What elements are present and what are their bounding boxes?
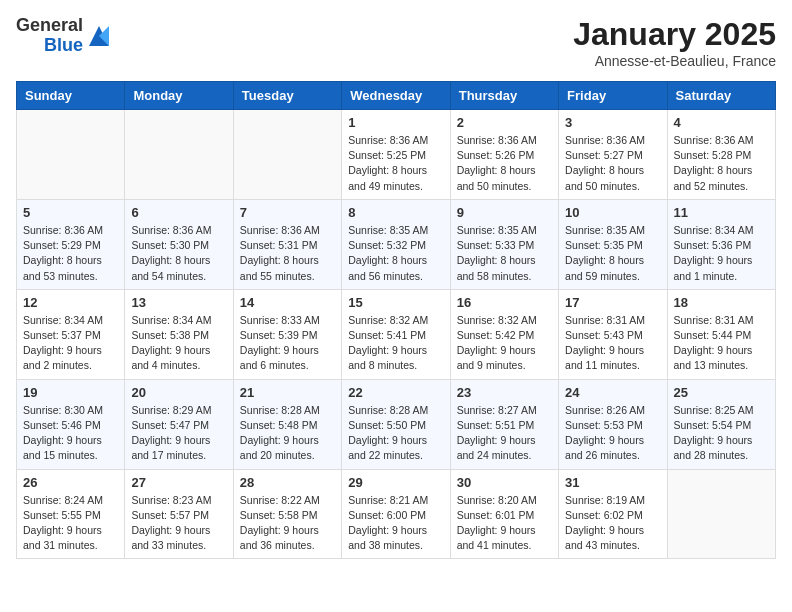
calendar-cell: 10Sunrise: 8:35 AM Sunset: 5:35 PM Dayli… bbox=[559, 199, 667, 289]
day-number: 27 bbox=[131, 475, 226, 490]
day-of-week-header: Wednesday bbox=[342, 82, 450, 110]
day-number: 15 bbox=[348, 295, 443, 310]
logo-general: General bbox=[16, 16, 83, 36]
calendar-week-row: 12Sunrise: 8:34 AM Sunset: 5:37 PM Dayli… bbox=[17, 289, 776, 379]
day-info: Sunrise: 8:36 AM Sunset: 5:30 PM Dayligh… bbox=[131, 223, 226, 284]
calendar-cell bbox=[667, 469, 775, 559]
day-info: Sunrise: 8:36 AM Sunset: 5:31 PM Dayligh… bbox=[240, 223, 335, 284]
calendar-cell: 2Sunrise: 8:36 AM Sunset: 5:26 PM Daylig… bbox=[450, 110, 558, 200]
day-info: Sunrise: 8:36 AM Sunset: 5:28 PM Dayligh… bbox=[674, 133, 769, 194]
day-info: Sunrise: 8:27 AM Sunset: 5:51 PM Dayligh… bbox=[457, 403, 552, 464]
day-number: 28 bbox=[240, 475, 335, 490]
day-info: Sunrise: 8:34 AM Sunset: 5:37 PM Dayligh… bbox=[23, 313, 118, 374]
day-info: Sunrise: 8:26 AM Sunset: 5:53 PM Dayligh… bbox=[565, 403, 660, 464]
day-info: Sunrise: 8:19 AM Sunset: 6:02 PM Dayligh… bbox=[565, 493, 660, 554]
day-of-week-header: Tuesday bbox=[233, 82, 341, 110]
day-info: Sunrise: 8:24 AM Sunset: 5:55 PM Dayligh… bbox=[23, 493, 118, 554]
page-header: General Blue January 2025 Annesse-et-Bea… bbox=[16, 16, 776, 69]
calendar-cell: 17Sunrise: 8:31 AM Sunset: 5:43 PM Dayli… bbox=[559, 289, 667, 379]
day-info: Sunrise: 8:29 AM Sunset: 5:47 PM Dayligh… bbox=[131, 403, 226, 464]
calendar-cell: 12Sunrise: 8:34 AM Sunset: 5:37 PM Dayli… bbox=[17, 289, 125, 379]
calendar-week-row: 26Sunrise: 8:24 AM Sunset: 5:55 PM Dayli… bbox=[17, 469, 776, 559]
day-info: Sunrise: 8:36 AM Sunset: 5:27 PM Dayligh… bbox=[565, 133, 660, 194]
day-number: 12 bbox=[23, 295, 118, 310]
calendar-cell: 28Sunrise: 8:22 AM Sunset: 5:58 PM Dayli… bbox=[233, 469, 341, 559]
day-of-week-header: Thursday bbox=[450, 82, 558, 110]
day-number: 21 bbox=[240, 385, 335, 400]
day-number: 1 bbox=[348, 115, 443, 130]
calendar-cell: 5Sunrise: 8:36 AM Sunset: 5:29 PM Daylig… bbox=[17, 199, 125, 289]
calendar-cell: 26Sunrise: 8:24 AM Sunset: 5:55 PM Dayli… bbox=[17, 469, 125, 559]
calendar-cell: 27Sunrise: 8:23 AM Sunset: 5:57 PM Dayli… bbox=[125, 469, 233, 559]
day-number: 9 bbox=[457, 205, 552, 220]
calendar-cell: 14Sunrise: 8:33 AM Sunset: 5:39 PM Dayli… bbox=[233, 289, 341, 379]
day-info: Sunrise: 8:36 AM Sunset: 5:29 PM Dayligh… bbox=[23, 223, 118, 284]
logo-icon bbox=[85, 22, 113, 50]
day-of-week-header: Sunday bbox=[17, 82, 125, 110]
day-number: 18 bbox=[674, 295, 769, 310]
calendar-cell: 24Sunrise: 8:26 AM Sunset: 5:53 PM Dayli… bbox=[559, 379, 667, 469]
calendar-cell: 15Sunrise: 8:32 AM Sunset: 5:41 PM Dayli… bbox=[342, 289, 450, 379]
day-number: 14 bbox=[240, 295, 335, 310]
day-number: 2 bbox=[457, 115, 552, 130]
day-number: 20 bbox=[131, 385, 226, 400]
calendar-cell: 18Sunrise: 8:31 AM Sunset: 5:44 PM Dayli… bbox=[667, 289, 775, 379]
day-number: 30 bbox=[457, 475, 552, 490]
day-number: 11 bbox=[674, 205, 769, 220]
day-number: 25 bbox=[674, 385, 769, 400]
calendar-cell bbox=[233, 110, 341, 200]
day-info: Sunrise: 8:25 AM Sunset: 5:54 PM Dayligh… bbox=[674, 403, 769, 464]
calendar-cell: 30Sunrise: 8:20 AM Sunset: 6:01 PM Dayli… bbox=[450, 469, 558, 559]
calendar-cell: 29Sunrise: 8:21 AM Sunset: 6:00 PM Dayli… bbox=[342, 469, 450, 559]
location-title: Annesse-et-Beaulieu, France bbox=[573, 53, 776, 69]
calendar-cell: 7Sunrise: 8:36 AM Sunset: 5:31 PM Daylig… bbox=[233, 199, 341, 289]
day-info: Sunrise: 8:21 AM Sunset: 6:00 PM Dayligh… bbox=[348, 493, 443, 554]
day-number: 10 bbox=[565, 205, 660, 220]
calendar-cell: 11Sunrise: 8:34 AM Sunset: 5:36 PM Dayli… bbox=[667, 199, 775, 289]
calendar-table: SundayMondayTuesdayWednesdayThursdayFrid… bbox=[16, 81, 776, 559]
calendar-week-row: 19Sunrise: 8:30 AM Sunset: 5:46 PM Dayli… bbox=[17, 379, 776, 469]
calendar-header-row: SundayMondayTuesdayWednesdayThursdayFrid… bbox=[17, 82, 776, 110]
day-info: Sunrise: 8:32 AM Sunset: 5:42 PM Dayligh… bbox=[457, 313, 552, 374]
calendar-cell: 4Sunrise: 8:36 AM Sunset: 5:28 PM Daylig… bbox=[667, 110, 775, 200]
day-of-week-header: Monday bbox=[125, 82, 233, 110]
logo: General Blue bbox=[16, 16, 113, 56]
day-info: Sunrise: 8:36 AM Sunset: 5:26 PM Dayligh… bbox=[457, 133, 552, 194]
calendar-cell: 8Sunrise: 8:35 AM Sunset: 5:32 PM Daylig… bbox=[342, 199, 450, 289]
title-block: January 2025 Annesse-et-Beaulieu, France bbox=[573, 16, 776, 69]
day-info: Sunrise: 8:36 AM Sunset: 5:25 PM Dayligh… bbox=[348, 133, 443, 194]
day-info: Sunrise: 8:35 AM Sunset: 5:32 PM Dayligh… bbox=[348, 223, 443, 284]
day-number: 26 bbox=[23, 475, 118, 490]
day-info: Sunrise: 8:35 AM Sunset: 5:35 PM Dayligh… bbox=[565, 223, 660, 284]
day-info: Sunrise: 8:32 AM Sunset: 5:41 PM Dayligh… bbox=[348, 313, 443, 374]
day-info: Sunrise: 8:31 AM Sunset: 5:43 PM Dayligh… bbox=[565, 313, 660, 374]
day-info: Sunrise: 8:33 AM Sunset: 5:39 PM Dayligh… bbox=[240, 313, 335, 374]
calendar-cell bbox=[125, 110, 233, 200]
day-number: 29 bbox=[348, 475, 443, 490]
day-of-week-header: Saturday bbox=[667, 82, 775, 110]
day-of-week-header: Friday bbox=[559, 82, 667, 110]
day-info: Sunrise: 8:35 AM Sunset: 5:33 PM Dayligh… bbox=[457, 223, 552, 284]
calendar-cell: 21Sunrise: 8:28 AM Sunset: 5:48 PM Dayli… bbox=[233, 379, 341, 469]
day-number: 16 bbox=[457, 295, 552, 310]
day-number: 4 bbox=[674, 115, 769, 130]
day-info: Sunrise: 8:30 AM Sunset: 5:46 PM Dayligh… bbox=[23, 403, 118, 464]
day-number: 7 bbox=[240, 205, 335, 220]
day-number: 17 bbox=[565, 295, 660, 310]
calendar-cell: 20Sunrise: 8:29 AM Sunset: 5:47 PM Dayli… bbox=[125, 379, 233, 469]
calendar-cell bbox=[17, 110, 125, 200]
day-info: Sunrise: 8:34 AM Sunset: 5:36 PM Dayligh… bbox=[674, 223, 769, 284]
calendar-cell: 16Sunrise: 8:32 AM Sunset: 5:42 PM Dayli… bbox=[450, 289, 558, 379]
calendar-cell: 13Sunrise: 8:34 AM Sunset: 5:38 PM Dayli… bbox=[125, 289, 233, 379]
calendar-week-row: 5Sunrise: 8:36 AM Sunset: 5:29 PM Daylig… bbox=[17, 199, 776, 289]
day-number: 6 bbox=[131, 205, 226, 220]
logo-blue: Blue bbox=[44, 36, 83, 56]
calendar-cell: 3Sunrise: 8:36 AM Sunset: 5:27 PM Daylig… bbox=[559, 110, 667, 200]
calendar-cell: 6Sunrise: 8:36 AM Sunset: 5:30 PM Daylig… bbox=[125, 199, 233, 289]
day-number: 19 bbox=[23, 385, 118, 400]
day-info: Sunrise: 8:31 AM Sunset: 5:44 PM Dayligh… bbox=[674, 313, 769, 374]
day-info: Sunrise: 8:28 AM Sunset: 5:50 PM Dayligh… bbox=[348, 403, 443, 464]
day-number: 13 bbox=[131, 295, 226, 310]
calendar-cell: 1Sunrise: 8:36 AM Sunset: 5:25 PM Daylig… bbox=[342, 110, 450, 200]
day-info: Sunrise: 8:20 AM Sunset: 6:01 PM Dayligh… bbox=[457, 493, 552, 554]
